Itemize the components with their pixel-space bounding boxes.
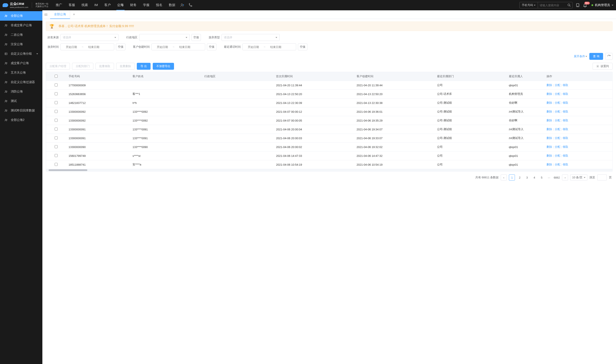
- delete-link[interactable]: 删除: [547, 163, 552, 166]
- nav-item-2[interactable]: 线索: [81, 0, 89, 10]
- next-page-button[interactable]: ›: [562, 174, 568, 181]
- expand-filters-link[interactable]: 展开条件: [574, 54, 587, 58]
- batch-delete-button[interactable]: 批量删除: [116, 63, 135, 70]
- claim-link[interactable]: 领取: [563, 101, 568, 104]
- nav-item-1[interactable]: 客服: [68, 0, 76, 10]
- user-menu[interactable]: 机构管理员: [591, 3, 613, 7]
- nav-item-9[interactable]: 数据: [168, 0, 176, 10]
- row-checkbox[interactable]: [55, 128, 58, 130]
- sidebar-item-9[interactable]: 测试: [0, 96, 42, 106]
- nav-item-7[interactable]: 学服: [142, 0, 150, 10]
- create-time-empty-button[interactable]: 空值: [207, 43, 216, 50]
- row-checkbox[interactable]: [55, 92, 58, 95]
- assign-link[interactable]: 分配: [555, 92, 560, 95]
- search-type-select[interactable]: 手机号码: [520, 2, 538, 8]
- add-user-icon[interactable]: [180, 3, 184, 7]
- nav-item-8[interactable]: 报名: [155, 0, 163, 10]
- abandon-time-range[interactable]: ~: [60, 43, 114, 50]
- delete-link[interactable]: 删除: [547, 92, 552, 95]
- delete-link[interactable]: 删除: [547, 136, 552, 140]
- page-size-select[interactable]: 10 条/页: [570, 174, 587, 181]
- nav-item-6[interactable]: 财务: [129, 0, 137, 10]
- region-empty-button[interactable]: 空值: [192, 34, 201, 41]
- sidebar-item-0[interactable]: 全部公海: [0, 11, 42, 21]
- claim-link[interactable]: 领取: [563, 163, 568, 166]
- delete-link[interactable]: 删除: [547, 119, 552, 122]
- date-start-input[interactable]: [245, 45, 262, 49]
- recent-call-empty-button[interactable]: 空值: [298, 43, 307, 50]
- claim-link[interactable]: 领取: [563, 128, 568, 131]
- date-end-input[interactable]: [267, 45, 284, 49]
- date-end-input[interactable]: [85, 45, 102, 49]
- tab-add-button[interactable]: +: [70, 12, 78, 17]
- delete-link[interactable]: 删除: [547, 154, 552, 157]
- sidebar-item-7[interactable]: 自定义公海过滤器: [0, 78, 42, 87]
- nav-item-4[interactable]: 客户: [103, 0, 112, 10]
- sidebar-toggle-icon[interactable]: [42, 13, 50, 16]
- sidebar-item-11[interactable]: 全部公海2: [0, 115, 42, 125]
- delete-link[interactable]: 删除: [547, 110, 552, 113]
- assign-link[interactable]: 分配: [555, 110, 560, 113]
- assign-manager-button[interactable]: 分配客户经理: [46, 63, 70, 70]
- page-ellipsis[interactable]: ···: [546, 176, 552, 179]
- claim-link[interactable]: 领取: [563, 83, 568, 87]
- date-start-input[interactable]: [63, 45, 80, 49]
- scrollbar-thumb[interactable]: [49, 169, 87, 171]
- page-2-button[interactable]: 2: [517, 176, 522, 179]
- date-end-input[interactable]: [176, 45, 193, 49]
- assign-link[interactable]: 分配: [555, 128, 560, 131]
- export-button[interactable]: 导 出: [137, 63, 151, 70]
- delete-link[interactable]: 删除: [547, 145, 552, 148]
- claim-link[interactable]: 领取: [563, 119, 568, 122]
- abandon-time-empty-button[interactable]: 空值: [116, 43, 125, 50]
- page-4-button[interactable]: 4: [532, 176, 537, 179]
- sidebar-item-2[interactable]: 二咨公海: [0, 30, 42, 39]
- claim-link[interactable]: 领取: [563, 92, 568, 95]
- create-time-range[interactable]: ~: [151, 43, 205, 50]
- nav-item-5[interactable]: 公海: [116, 0, 125, 10]
- row-checkbox[interactable]: [55, 83, 58, 87]
- prev-page-button[interactable]: ‹: [501, 174, 507, 181]
- assign-link[interactable]: 分配: [555, 119, 560, 122]
- abandon-type-select[interactable]: 请选择: [221, 34, 280, 41]
- query-button[interactable]: 查 询: [589, 53, 603, 60]
- sidebar-item-6[interactable]: 五月天公海: [0, 68, 42, 78]
- last-page-button[interactable]: 6882: [554, 176, 560, 179]
- row-checkbox[interactable]: [55, 110, 58, 113]
- tab-all-public[interactable]: 全部公海: [50, 10, 70, 19]
- search-input[interactable]: [538, 4, 566, 7]
- batch-claim-button[interactable]: 批量领取: [95, 63, 114, 70]
- region-select[interactable]: [139, 34, 190, 41]
- refresh-button[interactable]: [605, 53, 613, 60]
- assign-link[interactable]: 分配: [555, 101, 560, 104]
- source-select[interactable]: 请选择: [60, 34, 118, 41]
- delete-link[interactable]: 删除: [547, 101, 552, 104]
- assign-link[interactable]: 分配: [555, 145, 560, 148]
- claim-link[interactable]: 领取: [563, 154, 568, 157]
- claim-link[interactable]: 领取: [563, 136, 568, 140]
- search-button[interactable]: [566, 3, 572, 7]
- phone-icon[interactable]: [188, 3, 192, 7]
- page-3-button[interactable]: 3: [524, 176, 529, 179]
- delete-link[interactable]: 删除: [547, 83, 552, 87]
- export-plain-button[interactable]: 不加密导出: [153, 63, 174, 70]
- assign-link[interactable]: 分配: [555, 136, 560, 140]
- row-checkbox[interactable]: [55, 154, 58, 157]
- date-start-input[interactable]: [154, 45, 171, 49]
- row-checkbox[interactable]: [55, 101, 58, 104]
- set-columns-button[interactable]: 设置列: [592, 63, 613, 70]
- nav-item-0[interactable]: 推广: [55, 0, 63, 10]
- horizontal-scrollbar[interactable]: [46, 169, 612, 171]
- select-all-checkbox[interactable]: [55, 75, 58, 78]
- claim-link[interactable]: 领取: [563, 145, 568, 148]
- tablet-icon[interactable]: [576, 3, 580, 7]
- sidebar-item-8[interactable]: 消防公海: [0, 87, 42, 96]
- nav-item-3[interactable]: IM: [94, 0, 99, 10]
- assign-link[interactable]: 分配: [555, 83, 560, 87]
- assign-dept-button[interactable]: 分配到部门: [72, 63, 93, 70]
- assign-link[interactable]: 分配: [555, 154, 560, 157]
- row-checkbox[interactable]: [55, 119, 58, 122]
- row-checkbox[interactable]: [55, 145, 58, 148]
- row-checkbox[interactable]: [55, 163, 58, 166]
- sidebar-item-10[interactable]: 测试昨日回库数据: [0, 106, 42, 115]
